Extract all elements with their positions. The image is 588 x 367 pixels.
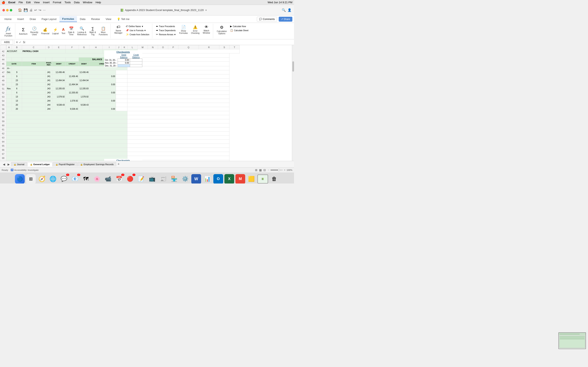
cell-H50[interactable]: 0.00 xyxy=(89,83,116,87)
col-header-N[interactable]: N xyxy=(148,45,158,49)
col-header-Q[interactable]: Q xyxy=(178,45,199,49)
col-header-O[interactable]: O xyxy=(158,45,168,49)
cell-D53[interactable]: J43 xyxy=(45,95,52,99)
dock-excel[interactable]: X xyxy=(224,174,234,184)
cancel-formula-icon[interactable]: ✕ xyxy=(16,41,18,44)
trace-precedents-button[interactable]: ⬅ Trace Precedents xyxy=(155,25,177,28)
cell-C50[interactable] xyxy=(22,83,45,87)
cell-A51[interactable]: Nov. xyxy=(6,87,12,91)
calculation-options-button[interactable]: ⚙ CalculationOptions xyxy=(216,24,228,35)
cell-F50[interactable]: 12,494.94 xyxy=(65,83,79,87)
dropdown-icon[interactable]: ▼ xyxy=(205,9,207,11)
dock-mail[interactable]: 📧 17 xyxy=(70,174,80,184)
cell-F45[interactable]: CREDIT xyxy=(65,62,79,66)
cell-F54[interactable]: 1,578.92 xyxy=(65,99,79,103)
cell-B55[interactable]: 20 xyxy=(12,103,22,107)
show-formulas-button[interactable]: 📄 ShowFormulas xyxy=(178,24,189,35)
tab-view[interactable]: View xyxy=(103,16,114,22)
cell-H55[interactable] xyxy=(89,103,116,107)
cell-A42[interactable]: ACCOUNT: xyxy=(6,49,22,53)
view-page-icon[interactable]: ⊟ xyxy=(263,168,266,172)
date-time-button[interactable]: 📅 Date &Time xyxy=(67,25,76,36)
dock-stickies[interactable]: 🟨 xyxy=(246,174,256,184)
search-title-btn[interactable]: 🔍 xyxy=(282,8,286,12)
cp1-val3-credit[interactable] xyxy=(130,64,142,67)
cell-D50[interactable]: J42 xyxy=(45,83,52,87)
cell-E45[interactable]: DEBIT xyxy=(52,62,65,66)
cell-D44[interactable] xyxy=(45,58,52,62)
cell-C48[interactable] xyxy=(22,75,45,78)
tab-earnings-records[interactable]: 🔒 Employees' Earnings Records xyxy=(78,162,116,166)
cell-D56[interactable]: J44 xyxy=(45,107,52,111)
cell-B51[interactable]: 6 xyxy=(12,87,22,91)
tab-prev-btn[interactable]: ◀ xyxy=(2,162,6,166)
col-header-D[interactable]: D xyxy=(45,45,52,49)
accessibility-status[interactable]: ♿ Accessibility: Investigate xyxy=(11,169,39,171)
cell-G54[interactable] xyxy=(79,99,89,103)
name-manager-button[interactable]: 🏷 NameManager xyxy=(113,24,123,35)
col-header-J[interactable]: J xyxy=(116,45,121,49)
cell-reference-input[interactable] xyxy=(1,40,13,44)
cell-A55[interactable] xyxy=(6,103,12,107)
cell-C44[interactable] xyxy=(22,58,45,62)
comments-button[interactable]: 💬 Comments xyxy=(257,17,277,22)
calculate-now-button[interactable]: ▶ Calculate Now xyxy=(229,25,250,28)
cell-C53[interactable] xyxy=(22,95,45,99)
tab-general-ledger[interactable]: 🔒 General Ledger xyxy=(27,162,52,166)
cell-C54[interactable] xyxy=(22,99,45,103)
financial-button[interactable]: 💰 Financial xyxy=(40,27,51,35)
cell-B49[interactable]: 23 xyxy=(12,78,22,83)
menu-excel[interactable]: Excel xyxy=(8,1,15,4)
zoom-in-icon[interactable]: ＋ xyxy=(284,168,286,171)
cell-E52[interactable] xyxy=(52,91,65,95)
col-header-T[interactable]: T xyxy=(229,45,240,49)
cell-D49[interactable]: J41 xyxy=(45,78,52,83)
tab-review[interactable]: Review xyxy=(88,16,103,22)
cell-D47[interactable]: J41 xyxy=(45,70,52,75)
cell-H52[interactable]: 0.00 xyxy=(89,91,116,95)
dock-settings[interactable]: ⚙️ xyxy=(180,174,190,184)
cell-C56[interactable] xyxy=(22,107,45,111)
redo-btn[interactable]: ↪ xyxy=(39,8,41,12)
trace-dependents-button[interactable]: ➡ Trace Dependents xyxy=(155,29,177,32)
cell-C49[interactable] xyxy=(22,78,45,83)
save2-btn[interactable]: 🖨 xyxy=(29,8,33,12)
cell-A47[interactable]: Oct. xyxy=(6,70,12,75)
scrollbar-thumb[interactable] xyxy=(292,61,294,72)
cell-D48[interactable]: J41 xyxy=(45,75,52,78)
dock-finder[interactable]: 🔵 xyxy=(15,174,25,184)
col-header-H[interactable]: H xyxy=(89,45,103,49)
dock-launchpad[interactable]: ⊞ xyxy=(26,174,36,184)
dock-outlook[interactable]: O xyxy=(213,174,223,184)
cell-A48[interactable] xyxy=(6,75,12,78)
recently-used-button[interactable]: 🕐 RecentlyUsed xyxy=(29,25,40,36)
cell-F52[interactable]: 12,335.83 xyxy=(65,91,79,95)
tab-payroll-register[interactable]: 🔒 Payroll Register xyxy=(53,162,77,166)
dock-chrome[interactable]: 🌐 xyxy=(48,174,58,184)
tab-home[interactable]: Home xyxy=(2,16,15,22)
tab-insert[interactable]: Insert xyxy=(15,16,27,22)
close-button[interactable] xyxy=(2,9,5,11)
cell-E56[interactable] xyxy=(52,107,65,111)
use-in-formula-button[interactable]: 📌 Use in Formula ▼ xyxy=(125,29,151,32)
col-header-M[interactable]: M xyxy=(138,45,148,49)
text-button[interactable]: A Text xyxy=(60,27,66,35)
cell-G50[interactable] xyxy=(79,83,89,87)
col-header-B[interactable]: B xyxy=(12,45,22,49)
math-trig-button[interactable]: ∑ Math &Trig xyxy=(88,26,97,36)
cell-F42[interactable] xyxy=(65,49,103,53)
col-header-A[interactable]: A xyxy=(6,45,12,49)
dock-calendar[interactable]: 📅 14 xyxy=(114,174,124,184)
cell-E53[interactable]: 1,578.92 xyxy=(52,95,65,99)
cp1-val3-debit[interactable] xyxy=(118,64,130,67)
cell-F55[interactable] xyxy=(65,103,79,107)
dock-word[interactable]: W xyxy=(191,174,201,184)
more-functions-button[interactable]: 📋 MoreFunctions xyxy=(98,25,109,36)
remove-arrows-button[interactable]: ✂ Remove Arrows ▼ xyxy=(155,33,177,36)
cell-B56[interactable]: 20 xyxy=(12,107,22,111)
cell-F53[interactable] xyxy=(65,95,79,99)
fx-label[interactable]: fx xyxy=(23,41,25,44)
dock-photos[interactable]: 🌸 xyxy=(92,174,102,184)
cell-F51[interactable] xyxy=(65,87,79,91)
insert-function-button[interactable]: 𝑓𝑥 InsertFunction xyxy=(3,25,13,38)
